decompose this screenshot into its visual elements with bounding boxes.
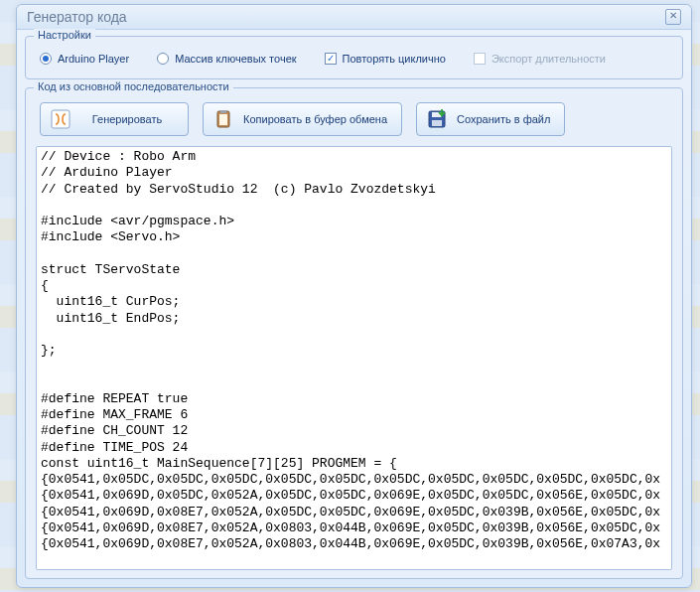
copy-button[interactable]: Копировать в буфер обмена	[203, 102, 402, 136]
checkbox-repeat-cyclic[interactable]: Повторять циклично	[325, 53, 446, 65]
save-button[interactable]: Сохранить в файл	[416, 102, 565, 136]
radio-keypoint-array[interactable]: Массив ключевых точек	[157, 53, 296, 65]
svg-rect-6	[432, 120, 442, 126]
radio-dot-icon	[40, 53, 52, 65]
code-generator-dialog: Генератор кода ✕ Настройки Arduino Playe…	[16, 4, 692, 588]
generate-icon	[49, 107, 72, 131]
radio-arduino-player[interactable]: Arduino Player	[40, 53, 129, 65]
checkbox-export-label: Экспорт длительности	[491, 53, 606, 65]
radio-dot-icon	[157, 53, 169, 65]
code-legend: Код из основной последовательности	[34, 80, 233, 92]
checkbox-repeat-label: Повторять циклично	[343, 53, 446, 65]
svg-rect-2	[219, 114, 227, 125]
save-label: Сохранить в файл	[457, 113, 550, 126]
code-textarea[interactable]: // Device : Robo Arm // Arduino Player /…	[36, 146, 672, 570]
clipboard-icon	[211, 107, 235, 131]
checkbox-icon	[325, 53, 337, 65]
radio-arduino-label: Arduino Player	[58, 53, 129, 65]
checkbox-export-duration: Экспорт длительности	[474, 53, 606, 65]
svg-rect-0	[52, 110, 70, 128]
dialog-title: Генератор кода	[27, 9, 127, 25]
generate-label: Генерировать	[80, 113, 174, 126]
close-button[interactable]: ✕	[665, 9, 681, 25]
floppy-save-icon	[425, 107, 449, 131]
radio-keypoints-label: Массив ключевых точек	[175, 53, 296, 65]
checkbox-icon	[474, 53, 486, 65]
titlebar: Генератор кода ✕	[17, 5, 691, 30]
settings-legend: Настройки	[34, 29, 95, 41]
close-icon: ✕	[669, 10, 677, 21]
svg-rect-3	[220, 110, 226, 113]
settings-group: Настройки Arduino Player Массив ключевых…	[25, 36, 683, 79]
code-group: Код из основной последовательности Генер…	[25, 87, 683, 579]
settings-row: Arduino Player Массив ключевых точек Пов…	[36, 47, 672, 71]
copy-label: Копировать в буфер обмена	[243, 113, 387, 126]
toolbar: Генерировать Копировать в буфер обмена	[36, 100, 672, 146]
generate-button[interactable]: Генерировать	[40, 102, 189, 136]
